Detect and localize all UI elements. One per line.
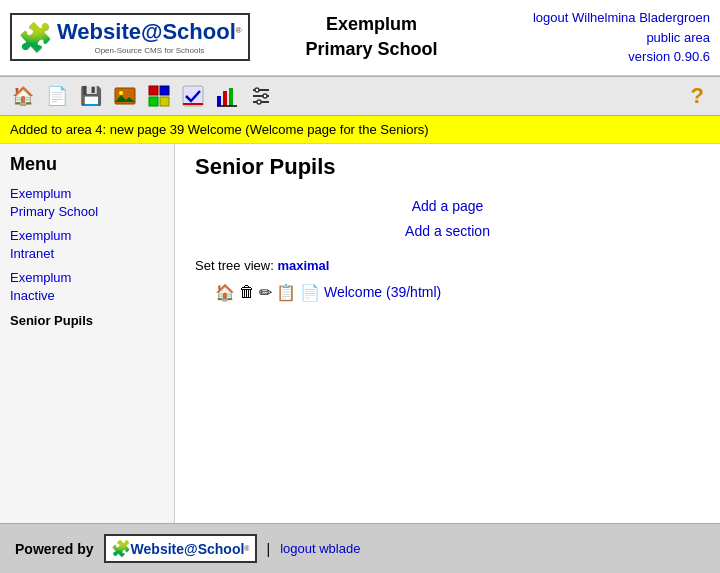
toolbar: 🏠 📄 💾 (0, 76, 720, 116)
logo-school-text: School (162, 19, 235, 44)
page-preview-icon[interactable]: 📄 (300, 283, 320, 302)
notice-bar: Added to area 4: new page 39 Welcome (We… (0, 116, 720, 144)
svg-rect-9 (217, 96, 221, 106)
add-section-link[interactable]: Add a section (195, 219, 700, 244)
footer-logo-puzzle: 🧩 (111, 539, 131, 558)
sidebar-item-senior-pupils[interactable]: Senior Pupils (10, 312, 164, 330)
page-edit-icon[interactable]: ✏ (259, 283, 272, 302)
page-home-icon[interactable]: 🏠 (215, 283, 235, 302)
user-area: public area (646, 30, 710, 45)
add-page-link[interactable]: Add a page (195, 194, 700, 219)
settings-icon[interactable] (246, 81, 276, 111)
sidebar-item-intranet[interactable]: ExemplumIntranet (10, 227, 164, 263)
main-layout: Menu ExemplumPrimary School ExemplumIntr… (0, 144, 720, 524)
svg-point-1 (119, 91, 123, 95)
tree-view-line: Set tree view: maximal (195, 258, 700, 273)
svg-point-18 (257, 100, 261, 104)
sidebar-heading: Menu (10, 154, 164, 175)
version-label: version 0.90.6 (628, 49, 710, 64)
help-icon[interactable]: ? (683, 83, 712, 109)
footer-logout-link[interactable]: logout wblade (280, 541, 360, 556)
footer: Powered by 🧩 Website@School ® | logout w… (0, 523, 720, 573)
logo-website-text: Website (57, 19, 141, 44)
modules-icon[interactable] (144, 81, 174, 111)
svg-point-16 (255, 88, 259, 92)
page-copy-icon[interactable]: 📋 (276, 283, 296, 302)
page-item-row: 🏠 🗑 ✏ 📋 📄 Welcome (39/html) (215, 283, 700, 302)
sidebar: Menu ExemplumPrimary School ExemplumIntr… (0, 144, 175, 524)
chart-icon[interactable] (212, 81, 242, 111)
footer-separator: | (267, 541, 271, 557)
user-logout-link[interactable]: logout Wilhelmina Bladergroen (533, 10, 710, 25)
footer-registered: ® (244, 545, 249, 552)
svg-rect-10 (223, 91, 227, 106)
svg-rect-11 (229, 88, 233, 106)
svg-point-17 (263, 94, 267, 98)
logo-puzzle-icon: 🧩 (18, 21, 53, 54)
svg-rect-3 (149, 86, 158, 95)
user-info: logout Wilhelmina Bladergroen public are… (533, 8, 710, 67)
action-links: Add a page Add a section (195, 194, 700, 244)
logo-tagline: Open-Source CMS for Schools (57, 46, 242, 55)
page-item-link[interactable]: Welcome (39/html) (324, 284, 441, 300)
tree-view-maximal-link[interactable]: maximal (277, 258, 329, 273)
image-icon[interactable] (110, 81, 140, 111)
page-icon[interactable]: 📄 (42, 81, 72, 111)
save-icon[interactable]: 💾 (76, 81, 106, 111)
powered-by-label: Powered by (15, 541, 94, 557)
sidebar-item-primary-school[interactable]: ExemplumPrimary School (10, 185, 164, 221)
footer-logo: 🧩 Website@School ® (104, 534, 257, 563)
svg-rect-4 (160, 86, 169, 95)
notice-text: Added to area 4: new page 39 Welcome (We… (10, 122, 429, 137)
svg-rect-6 (160, 97, 169, 106)
check-icon[interactable] (178, 81, 208, 111)
logo-registered: ® (236, 27, 242, 36)
logo-area: 🧩 Website@School® Open-Source CMS for Sc… (10, 13, 210, 61)
content-area: Senior Pupils Add a page Add a section S… (175, 144, 720, 524)
footer-logo-text: Website@School (131, 541, 245, 557)
site-title-line2: Primary School (305, 39, 437, 59)
home-icon[interactable]: 🏠 (8, 81, 38, 111)
site-title-line1: Exemplum (326, 14, 417, 34)
sidebar-item-inactive[interactable]: ExemplumInactive (10, 269, 164, 305)
site-title: Exemplum Primary School (210, 12, 533, 62)
tree-view-label: Set tree view: (195, 258, 274, 273)
page-heading: Senior Pupils (195, 154, 700, 180)
page-delete-icon[interactable]: 🗑 (239, 283, 255, 301)
header: 🧩 Website@School® Open-Source CMS for Sc… (0, 0, 720, 76)
logo[interactable]: 🧩 Website@School® Open-Source CMS for Sc… (10, 13, 250, 61)
logo-at-symbol: @ (141, 19, 162, 44)
svg-rect-5 (149, 97, 158, 106)
